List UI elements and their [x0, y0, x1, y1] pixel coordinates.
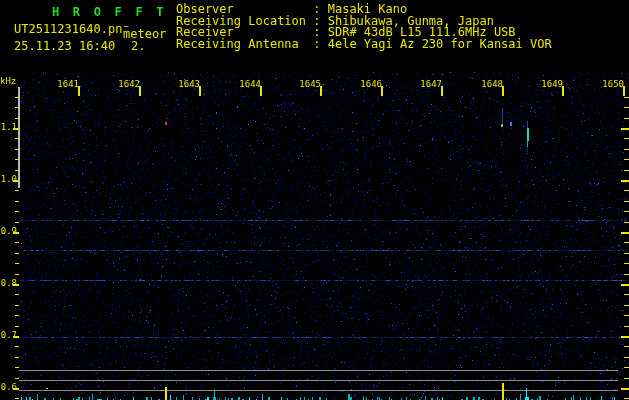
freq-axis-unit: kHz — [0, 76, 16, 86]
datetime-label: 25.11.23 16:40 — [14, 39, 115, 53]
freq-tick-label: 0.7 — [0, 330, 17, 340]
time-tick-label: 1646 — [359, 79, 382, 89]
time-tick-label: 1647 — [419, 79, 442, 89]
filename-label: UT2511231640.png — [14, 22, 130, 36]
receiver-info-row: Receiving Antenna : 4ele Yagi Az 230 for… — [176, 39, 552, 51]
freq-tick-label: 1.0 — [0, 174, 17, 184]
echo-count-label: 2. — [131, 39, 145, 53]
time-tick-label: 1643 — [177, 79, 200, 89]
freq-tick-label: 0.8 — [0, 278, 17, 288]
time-tick-label: 1645 — [298, 79, 321, 89]
freq-tick-label: 1.1 — [0, 122, 17, 132]
receiver-info: Observer : Masaki KanoReceiving Location… — [176, 4, 552, 50]
spectrogram-canvas — [0, 0, 629, 400]
app-title: H R O F F T — [52, 5, 167, 19]
time-tick-label: 1641 — [56, 79, 79, 89]
freq-tick-label: 0.6 — [0, 382, 17, 392]
time-tick-label: 1648 — [480, 79, 503, 89]
time-tick-label: 1642 — [117, 79, 140, 89]
hrofft-window: H R O F F T UT2511231640.png meteor 25.1… — [0, 0, 629, 400]
freq-tick-label: 0.9 — [0, 226, 17, 236]
time-tick-label: 1644 — [238, 79, 261, 89]
time-tick-label: 1650 — [601, 79, 624, 89]
time-tick-label: 1649 — [540, 79, 563, 89]
